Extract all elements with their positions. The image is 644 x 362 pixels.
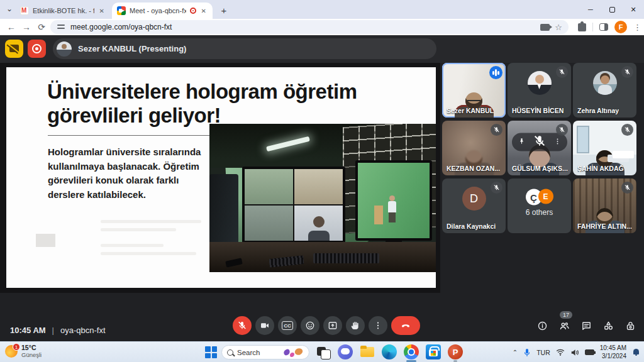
participant-tile-dilara[interactable]: DDilara Kaynakci (442, 178, 506, 233)
gmail-favicon-icon (20, 6, 29, 15)
tab-meet[interactable]: Meet - oya-qbcn-fxt ✕ (112, 3, 213, 19)
file-explorer-icon (360, 344, 375, 359)
reload-button[interactable]: ⟳ (35, 21, 48, 33)
present-icon (328, 321, 338, 331)
muted-mic-icon (556, 124, 568, 136)
address-bar[interactable]: meet.google.com/oya-qbcn-fxt ☆ (50, 20, 569, 34)
call-end-icon (401, 321, 411, 331)
search-placeholder: Search (237, 349, 279, 356)
camera-button[interactable] (255, 316, 274, 335)
weather-condition: Güneşli (21, 351, 42, 358)
site-settings-icon[interactable] (57, 23, 65, 31)
back-button[interactable]: ← (5, 21, 18, 33)
participant-tile-huseyin[interactable]: HÜSEYİN BİCEN (508, 63, 571, 118)
tray-clock[interactable]: 10:45 AM 3/1/2024 (600, 344, 626, 360)
browser-menu-icon[interactable]: ⋮ (633, 23, 641, 32)
notifications-bell-icon[interactable] (632, 348, 640, 356)
browser-toolbar: ← → ⟳ meet.google.com/oya-qbcn-fxt ☆ F ⋮ (0, 19, 644, 35)
wifi-icon[interactable] (556, 349, 565, 356)
meeting-details-button[interactable] (536, 319, 548, 332)
present-now-button[interactable] (323, 316, 342, 335)
taskbar-app-edge[interactable] (382, 344, 397, 359)
muted-mic-icon (621, 124, 633, 136)
new-tab-button[interactable]: + (218, 4, 230, 17)
mic-button[interactable] (233, 316, 252, 335)
taskbar-app-chat-teams[interactable] (338, 344, 353, 359)
forward-button[interactable]: → (20, 21, 33, 33)
participants-filmstrip: Sezer KANBULHÜSEYİN BİCENZehra AltınayKE… (440, 63, 644, 293)
participant-tile-fahriye[interactable]: FAHRİYE ALTIN... (573, 178, 636, 233)
participant-name: ŞAHİN AKDAĞ (577, 165, 624, 172)
taskbar-app-chrome[interactable] (404, 344, 419, 359)
tile-more-icon[interactable] (553, 136, 562, 148)
participant-name: GÜLSUM AŞIKS... (512, 165, 568, 172)
activities-button[interactable] (602, 319, 614, 332)
participant-tile-kezban[interactable]: KEZBAN OZAN... (442, 121, 506, 175)
volume-icon[interactable] (570, 349, 579, 356)
battery-icon[interactable] (585, 349, 594, 355)
raise-hand-button[interactable] (346, 316, 365, 335)
more-options-button[interactable] (369, 316, 387, 335)
hand-icon (350, 321, 360, 331)
taskbar-app-powerpoint[interactable]: P (448, 344, 463, 359)
people-button[interactable]: 17 (558, 319, 570, 332)
participant-name: Sezer KANBUL (447, 107, 494, 114)
start-button[interactable] (205, 346, 217, 358)
participant-avatar (528, 71, 552, 95)
weather-temp: 15°C (21, 344, 42, 351)
taskbar-app-task-view[interactable] (316, 344, 331, 359)
window-minimize-button[interactable]: ─ (580, 0, 601, 19)
participant-tile-sahin[interactable]: ŞAHİN AKDAĞ (573, 121, 636, 175)
url-text[interactable]: meet.google.com/oya-qbcn-fxt (70, 23, 535, 31)
tab-close-icon[interactable]: ✕ (98, 8, 106, 14)
participant-tile-gulsum[interactable]: GÜLSUM AŞIKS... (508, 121, 571, 175)
tile-hover-controls[interactable] (512, 133, 567, 151)
bookmark-star-icon[interactable]: ☆ (555, 23, 562, 32)
taskbar-app-store[interactable] (426, 344, 441, 359)
presentation-paused-button[interactable] (5, 40, 23, 58)
muted-mic-icon (491, 182, 502, 194)
pin-icon[interactable] (518, 136, 526, 148)
side-panel-icon[interactable] (599, 23, 608, 31)
participant-tile-others[interactable]: Ç E 6 others (508, 178, 571, 233)
tray-mic-icon[interactable] (523, 348, 531, 357)
participant-tile-sezer[interactable]: Sezer KANBUL (442, 63, 506, 118)
reactions-button[interactable] (301, 316, 319, 335)
profile-avatar[interactable]: F (614, 21, 627, 33)
meeting-code: oya-qbcn-fxt (60, 326, 106, 335)
shared-slide: Üniversitelere hologram öğretim görevlil… (6, 67, 436, 288)
camera-in-use-icon[interactable] (540, 24, 550, 31)
window-maximize-button[interactable] (601, 0, 623, 19)
system-tray: ⌃ TUR 10:45 AM 3/1/2024 (513, 342, 640, 362)
meeting-time: 10:45 AM (10, 326, 46, 335)
tab-search-chevron-icon[interactable]: ⌄ (4, 4, 15, 15)
weather-widget[interactable]: 1 15°C Güneşli (5, 344, 42, 358)
sun-icon: 1 (5, 345, 18, 358)
stacked-avatars: Ç E (526, 189, 553, 206)
tab-close-icon[interactable]: ✕ (200, 8, 208, 14)
participant-count-badge: 17 (560, 311, 572, 319)
presenter-name: Sezer KANBUL (Presenting) (78, 44, 186, 53)
slide-image-hologram-studio (209, 124, 436, 272)
language-indicator[interactable]: TUR (536, 349, 550, 356)
taskbar-app-file-explorer[interactable] (360, 344, 375, 359)
window-close-button[interactable]: ✕ (623, 0, 644, 19)
meet-favicon-icon (117, 6, 126, 15)
slide-divider (48, 135, 216, 136)
recording-indicator-button[interactable] (28, 40, 46, 58)
presenter-banner[interactable]: Sezer KANBUL (Presenting) (53, 38, 436, 59)
captions-button[interactable]: CC (278, 316, 297, 335)
participant-tile-zehra[interactable]: Zehra Altınay (573, 63, 636, 118)
chat-button[interactable] (580, 319, 592, 332)
extensions-icon[interactable] (578, 23, 586, 31)
tab-gmail[interactable]: Etkinlik-BOTE hk. - fahriye.altina ✕ (15, 3, 111, 19)
hidden-icons-chevron[interactable]: ⌃ (513, 349, 518, 356)
mic-off-icon (237, 321, 247, 331)
weather-badge: 1 (13, 343, 20, 351)
leave-call-button[interactable] (391, 316, 420, 335)
search-box[interactable]: Search (221, 345, 309, 359)
slide-faint-thumbnail (36, 234, 55, 247)
speaking-indicator-icon (489, 66, 502, 79)
videocam-icon (260, 321, 270, 331)
host-controls-button[interactable] (624, 319, 636, 332)
